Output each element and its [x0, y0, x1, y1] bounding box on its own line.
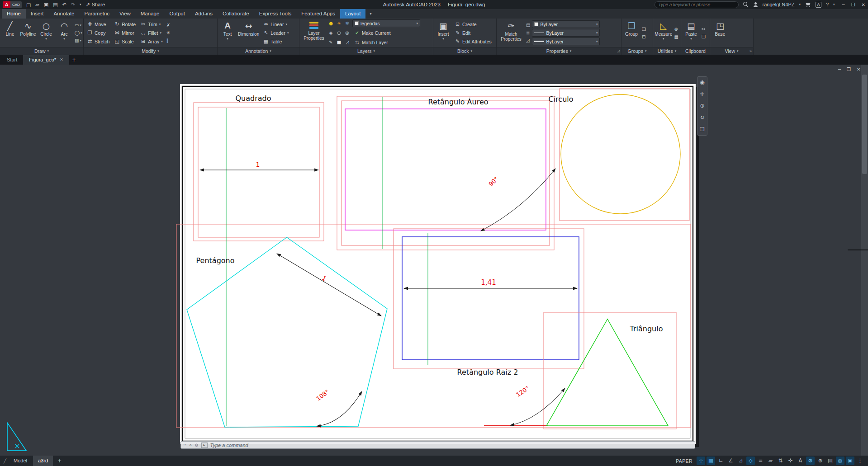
- square-dimension-text[interactable]: 1: [256, 161, 260, 168]
- line-button[interactable]: ╱ Line: [1, 19, 19, 47]
- username[interactable]: rangelgLN4PZ: [763, 2, 795, 7]
- quick-calc-button[interactable]: ▦: [674, 34, 678, 40]
- object-snap-icon[interactable]: ◇: [746, 457, 755, 465]
- trim-button[interactable]: ✂ Trim ▾: [138, 20, 165, 28]
- command-close-icon[interactable]: ✕: [189, 443, 192, 447]
- rectangle-tool-button[interactable]: ▭ ▾: [75, 22, 82, 28]
- match-layer-button[interactable]: ⇆ Match Layer: [352, 38, 390, 47]
- close-icon[interactable]: ✕: [862, 2, 865, 7]
- lineweight-select[interactable]: ByLayer ▾: [532, 38, 600, 45]
- panel-label-layers[interactable]: Layers ▾: [299, 47, 433, 55]
- properties-dialog-launcher-icon[interactable]: ◿: [617, 49, 620, 53]
- user-avatar-icon[interactable]: [753, 2, 758, 7]
- paste-button[interactable]: ▤ Paste ▾: [683, 19, 700, 47]
- help-button[interactable]: ?: [826, 2, 829, 7]
- layer-on-icon[interactable]: ●: [328, 21, 334, 26]
- edit-block-button[interactable]: ✎ Edit: [453, 28, 493, 37]
- stretch-button[interactable]: ⇄ Stretch: [85, 37, 111, 46]
- graphics-performance-icon[interactable]: ◍: [836, 457, 844, 465]
- command-grip-icon[interactable]: ∷: [184, 443, 186, 447]
- ellipse-tool-button[interactable]: ◯ ▾: [75, 30, 82, 36]
- tab-collaborate[interactable]: Collaborate: [218, 9, 254, 19]
- ribbon-overflow-button[interactable]: ▾: [365, 9, 375, 19]
- lineweight-icon[interactable]: ≡: [756, 457, 765, 465]
- copy-button[interactable]: ❐ Copy: [85, 28, 111, 37]
- tab-addins[interactable]: Add-ins: [190, 9, 218, 19]
- mirror-button[interactable]: ⋈ Mirror: [112, 28, 138, 37]
- layer-thaw-icon[interactable]: ☀: [336, 21, 342, 26]
- base-view-button[interactable]: ◳ Base: [711, 19, 729, 47]
- show-motion-icon[interactable]: ❒: [700, 127, 705, 132]
- panel-label-utilities[interactable]: Utilities ▾: [653, 47, 681, 55]
- layer-select[interactable]: legendas ▾: [352, 19, 420, 27]
- command-input[interactable]: Type a command: [210, 442, 248, 448]
- annotation-visibility-icon[interactable]: A: [796, 457, 805, 465]
- panel-label-view[interactable]: View ▾ »: [710, 47, 753, 55]
- tab-annotate[interactable]: Annotate: [48, 9, 79, 19]
- user-dropdown-icon[interactable]: ▾: [799, 3, 801, 6]
- text-button[interactable]: A Text ▾: [219, 19, 236, 47]
- redo-icon[interactable]: ↷: [71, 1, 75, 8]
- autodesk-app-icon[interactable]: A: [816, 2, 821, 8]
- linear-button[interactable]: ⇔ Linear ▾: [261, 20, 290, 28]
- leader-button[interactable]: ↖ Leader ▾: [261, 28, 290, 37]
- measure-button[interactable]: ◺ Measure ▾: [655, 19, 673, 47]
- save-icon[interactable]: ▣: [44, 1, 48, 8]
- clean-screen-icon[interactable]: ▣: [846, 457, 854, 465]
- erase-button[interactable]: ✗: [166, 22, 170, 28]
- paper-space-indicator[interactable]: PAPER: [676, 458, 693, 464]
- pan-icon[interactable]: ✛: [700, 91, 704, 97]
- tab-featured-apps[interactable]: Featured Apps: [296, 9, 340, 19]
- scale-button[interactable]: ◱ Scale: [112, 37, 138, 46]
- file-tab-document[interactable]: Figura_geo* ✕: [23, 55, 69, 65]
- quick-select-button[interactable]: ⊚: [674, 26, 678, 32]
- file-tab-start[interactable]: Start: [1, 55, 23, 65]
- layout-tab-a3rd[interactable]: a3rd: [33, 456, 53, 466]
- command-customize-icon[interactable]: ⚙: [194, 443, 198, 447]
- snap-mode-icon[interactable]: ⊹: [697, 457, 705, 465]
- layer-off-icon[interactable]: ○: [336, 30, 342, 35]
- dimension-button[interactable]: ↔ Dimension: [237, 19, 260, 47]
- layer-lock-icon[interactable]: ◈: [328, 30, 334, 35]
- tab-parametric[interactable]: Parametric: [80, 9, 115, 19]
- fillet-button[interactable]: ◡ Fillet ▾: [138, 28, 165, 37]
- linetype-select[interactable]: ByLayer ▾: [532, 29, 600, 37]
- edit-attributes-button[interactable]: ✎ Edit Attributes: [453, 37, 493, 46]
- customization-icon[interactable]: ⋮: [856, 457, 864, 465]
- tab-insert[interactable]: Insert: [26, 9, 49, 19]
- group-edit-button[interactable]: ⊟: [642, 34, 646, 40]
- move-button[interactable]: ✚ Move: [85, 20, 111, 28]
- tab-home[interactable]: Home: [2, 9, 26, 19]
- search-input[interactable]: [655, 1, 739, 8]
- panel-label-groups[interactable]: Groups ▾: [621, 47, 653, 55]
- layer-swatch-icon[interactable]: ■: [336, 40, 342, 45]
- figure-label-aureo[interactable]: Retângulo Áureo: [428, 98, 488, 106]
- layer-edit-icon[interactable]: ✎: [328, 40, 334, 45]
- copy-clip-button[interactable]: ❐: [702, 34, 706, 40]
- selection-cycling-icon[interactable]: ⇅: [776, 457, 785, 465]
- tab-layout[interactable]: Layout: [340, 9, 366, 19]
- search-icon[interactable]: [743, 2, 749, 7]
- minimize-icon[interactable]: ─: [842, 2, 845, 7]
- app-menu-button[interactable]: A CAD: [3, 1, 22, 8]
- panel-label-annotation[interactable]: Annotation ▾: [218, 47, 299, 55]
- tab-view[interactable]: View: [114, 9, 136, 19]
- panel-label-block[interactable]: Block ▾: [433, 47, 496, 55]
- doc-close-icon[interactable]: ✕: [857, 67, 860, 72]
- panel-label-properties[interactable]: Properties ▾ ◿: [497, 47, 621, 55]
- dynamic-input-icon[interactable]: ✛: [786, 457, 795, 465]
- ortho-icon[interactable]: ∟: [716, 457, 725, 465]
- zoom-icon[interactable]: ⊕: [700, 103, 704, 109]
- command-line[interactable]: ∷ ✕ ⚙ ▸ Type a command: [180, 441, 695, 449]
- tab-express-tools[interactable]: Express Tools: [254, 9, 296, 19]
- isodraft-icon[interactable]: ⊿: [736, 457, 745, 465]
- match-properties-button[interactable]: ✑ Match Properties: [498, 19, 524, 47]
- tab-output[interactable]: Output: [164, 9, 190, 19]
- model-tab[interactable]: Model: [9, 456, 32, 466]
- cut-button[interactable]: ✂: [702, 26, 706, 32]
- explode-button[interactable]: ✳: [166, 30, 170, 36]
- layer-launcher-icon[interactable]: ◿: [344, 40, 350, 45]
- panel-label-draw[interactable]: Draw ▾: [0, 47, 83, 55]
- make-current-button[interactable]: ✔ Make Current: [352, 28, 393, 37]
- grid-icon[interactable]: ▦: [707, 457, 715, 465]
